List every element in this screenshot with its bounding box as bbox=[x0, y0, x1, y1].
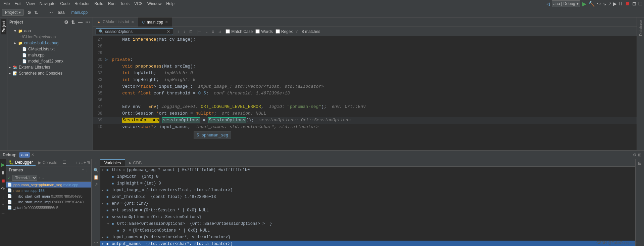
search-multi-btn[interactable]: ↕ bbox=[204, 29, 209, 34]
autocomplete-item[interactable]: S pphuman_seg bbox=[194, 131, 231, 139]
var-inpwidth[interactable]: ■ inpWidth = {int} 0 bbox=[100, 173, 635, 180]
tab-debugger[interactable]: 🐛 Debugger bbox=[6, 159, 36, 166]
search-up-btn[interactable]: ↑ bbox=[176, 29, 181, 34]
frame-item-2[interactable]: 📄 __libc_start_call_main 0x00007ffff5f04… bbox=[6, 193, 91, 199]
settings-icon[interactable]: ⚙ bbox=[27, 9, 32, 16]
frame-down-btn[interactable]: ↓ bbox=[85, 167, 89, 173]
copy-btn[interactable]: 📋 bbox=[93, 175, 99, 180]
frames-sort-icon[interactable]: ↕ bbox=[81, 160, 83, 165]
var-input-image[interactable]: ▸ ■ input_image_ = {std::vector<float, s… bbox=[100, 187, 635, 194]
frames-down-icon[interactable]: ↓ bbox=[78, 160, 80, 165]
sidebar-settings-icon[interactable]: ⚙ bbox=[63, 19, 69, 26]
frames-up-icon[interactable]: ↑ bbox=[76, 160, 78, 165]
menu-code[interactable]: Code bbox=[58, 1, 72, 7]
thread-selector[interactable]: Thread-1 bbox=[12, 175, 37, 181]
words-checkbox[interactable] bbox=[255, 29, 260, 34]
frames-add-icon[interactable]: + bbox=[84, 160, 86, 165]
search-help-icon[interactable]: ? bbox=[295, 29, 298, 34]
stop-button[interactable]: ⏹ bbox=[625, 1, 630, 7]
inspect-btn[interactable]: 🔍 bbox=[93, 168, 99, 173]
tree-item-onnx[interactable]: 📄 model_float32.onnx bbox=[7, 58, 93, 64]
code-editor[interactable]: 27 Mat inference(Mat cv_image); 28 29 30… bbox=[93, 36, 637, 150]
tree-item-external-libs[interactable]: ▸ 📚 External Libraries bbox=[7, 64, 93, 70]
sidebar-more-icon[interactable]: ⋯ bbox=[85, 19, 91, 26]
frame-item-1[interactable]: 📄 main main.cpp:158 bbox=[6, 188, 91, 193]
jump-btn[interactable]: ↗ bbox=[94, 182, 98, 187]
frame-item-3[interactable]: 📄 __libc_start_main_impl 0x00007ffff5f04… bbox=[6, 199, 91, 205]
list-icon[interactable]: ☰ bbox=[61, 159, 68, 166]
layout-icon[interactable]: ⊞ bbox=[638, 161, 642, 166]
collapse-icon[interactable]: — bbox=[40, 9, 46, 16]
step-into-debug-btn[interactable]: ↓ bbox=[2, 194, 4, 200]
clear-search-btn[interactable]: ✕ bbox=[165, 29, 171, 34]
var-ort-base[interactable]: ▾ ■ Ort::Base<OrtSessionOptions> = {Ort:… bbox=[100, 220, 635, 227]
project-tab[interactable]: Project bbox=[1, 19, 6, 34]
more-vars-btn[interactable]: ⋯ bbox=[94, 240, 98, 245]
tree-item-path[interactable]: ~/CLionProjects/aaa bbox=[7, 34, 93, 40]
tree-item-cmakelists[interactable]: 📄 CMakeLists.txt bbox=[7, 46, 93, 52]
pause-btn[interactable]: ⏸ bbox=[618, 1, 623, 6]
tab-cmakelists-close[interactable]: ✕ bbox=[131, 20, 134, 24]
tree-item-root[interactable]: ▾ 📁 aaa bbox=[7, 28, 93, 34]
debug-session-close[interactable]: ✕ bbox=[31, 153, 34, 157]
sidebar-minus-icon[interactable]: — bbox=[77, 19, 83, 26]
menu-view[interactable]: View bbox=[24, 1, 37, 7]
search-down-btn[interactable]: ↓ bbox=[182, 29, 187, 34]
menu-navigate[interactable]: Navigate bbox=[38, 1, 57, 7]
tab-cmakelists[interactable]: ▲ CMakeLists.txt ✕ bbox=[93, 17, 138, 27]
tab-gdb[interactable]: ▶ GDB bbox=[125, 159, 146, 166]
var-p-[interactable]: ■ p_ = {OrtSessionOptions * | 0x0} NULL bbox=[100, 227, 635, 234]
search-filter-btn[interactable]: ≡ bbox=[210, 29, 215, 34]
tab-variables[interactable]: Variables bbox=[100, 159, 125, 166]
menu-run[interactable]: Run bbox=[106, 1, 117, 7]
tree-item-maincpp[interactable]: 📄 main.cpp bbox=[7, 52, 93, 58]
frame-item-0[interactable]: 📄 pphuman_seg::pphuman_seg main.cpp bbox=[6, 182, 91, 188]
run-button[interactable]: ▶ bbox=[582, 1, 586, 7]
regex-option[interactable]: Regex bbox=[276, 29, 293, 34]
database-tab[interactable]: Database bbox=[638, 19, 643, 37]
menu-build[interactable]: Build bbox=[92, 1, 105, 7]
back-arrow-icon[interactable]: ◁ bbox=[546, 1, 550, 6]
menu-refactor[interactable]: Refactor bbox=[72, 1, 92, 7]
frame-item-4[interactable]: 📄 _start 0x0000555555556e5 bbox=[6, 205, 91, 210]
build-button[interactable]: 🔨 bbox=[588, 1, 595, 7]
thread-up-icon[interactable]: ↑ bbox=[39, 175, 41, 180]
menu-file[interactable]: File bbox=[1, 1, 12, 7]
match-case-checkbox[interactable] bbox=[226, 29, 230, 34]
stop-debug-btn[interactable]: ⏹ bbox=[1, 178, 5, 183]
var-session-options[interactable]: ▾ ■ sessionOptions = {Ort::SessionOption… bbox=[100, 214, 635, 220]
pause-debug-btn[interactable]: ⏸ bbox=[1, 170, 5, 175]
sort-icon[interactable]: ⇅ bbox=[34, 9, 39, 16]
tab-maincpp-close[interactable]: ✕ bbox=[165, 20, 168, 24]
search-wrap-btn[interactable]: ⊡ bbox=[188, 29, 194, 34]
debug-layout-icon[interactable]: ⊞ bbox=[638, 153, 641, 157]
menu-window[interactable]: Window bbox=[145, 1, 164, 7]
step-out-debug-btn[interactable]: ↑ bbox=[2, 202, 4, 208]
debug-settings-icon[interactable]: ⚙ bbox=[633, 153, 637, 157]
match-case-option[interactable]: Match Case bbox=[226, 29, 253, 34]
var-inpheight[interactable]: ■ inpHeight = {int} 0 bbox=[100, 180, 635, 187]
more-icon[interactable]: ⋯ bbox=[48, 9, 54, 16]
tab-console[interactable]: ▶ Console bbox=[36, 159, 60, 166]
run-config-selector[interactable]: aaa | Debug ▾ bbox=[552, 0, 580, 7]
resume-debug-btn[interactable]: ▶ bbox=[1, 162, 5, 167]
var-input-names[interactable]: ▸ ■ input_names = {std::vector<char*, st… bbox=[100, 234, 635, 241]
step-into-btn[interactable]: ↘ bbox=[602, 1, 606, 6]
frame-up-btn[interactable]: ↑ bbox=[81, 167, 85, 173]
words-option[interactable]: Words bbox=[255, 29, 273, 34]
thread-down-icon[interactable]: ↓ bbox=[42, 175, 44, 180]
var-ort-session[interactable]: ■ ort_session = {Ort::Session * | 0x0} N… bbox=[100, 207, 635, 214]
var-this[interactable]: ▾ ■ this = {pphuman_seg * const | 0x7fff… bbox=[100, 167, 635, 173]
search-funnel-btn[interactable]: ⊿ bbox=[217, 29, 223, 34]
search-input[interactable] bbox=[105, 29, 165, 34]
var-output-names[interactable]: ▾ ■ output_names = {std::vector<char*, s… bbox=[100, 241, 635, 246]
restore-btn[interactable]: ❐ bbox=[638, 1, 643, 6]
step-over-btn[interactable]: ↪ bbox=[597, 1, 601, 6]
var-env[interactable]: ▸ ■ env = {Ort::Env} bbox=[100, 200, 635, 207]
table-icon[interactable]: ⊞ bbox=[87, 160, 90, 165]
maximize-btn[interactable]: ⊡ bbox=[632, 1, 636, 6]
regex-checkbox[interactable] bbox=[276, 29, 280, 34]
tree-item-cmake-build[interactable]: ▸ 📁 cmake-build-debug bbox=[7, 40, 93, 46]
resume-btn[interactable]: ▶ bbox=[613, 1, 617, 6]
var-conf-threshold[interactable]: ■ conf_threshold = {const float} 1.48723… bbox=[100, 194, 635, 200]
